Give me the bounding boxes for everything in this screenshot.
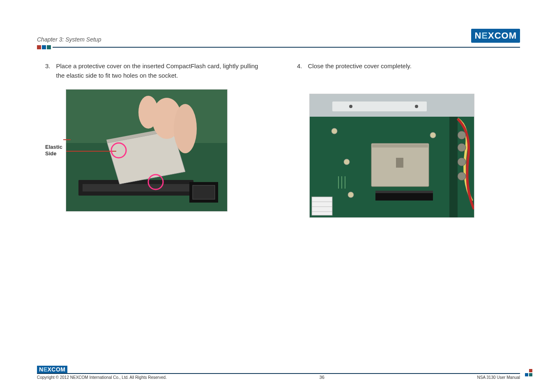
- header: Chapter 3: System Setup NEXCOM: [37, 29, 520, 43]
- svg-point-41: [458, 172, 466, 180]
- figure-1-image: [66, 89, 228, 212]
- svg-point-22: [344, 159, 350, 165]
- svg-rect-14: [193, 185, 215, 199]
- step-4-number: 4.: [297, 62, 302, 71]
- chapter-label: Chapter 3: System Setup: [37, 36, 101, 43]
- svg-point-8: [174, 104, 197, 153]
- svg-point-19: [415, 105, 418, 108]
- left-column: 3. Place a protective cover on the inser…: [45, 62, 268, 218]
- svg-rect-29: [375, 191, 433, 193]
- svg-rect-30: [449, 117, 458, 217]
- svg-rect-17: [332, 101, 427, 111]
- figure-2-wrap: [309, 94, 520, 218]
- svg-point-40: [458, 158, 466, 166]
- header-rule: [37, 45, 520, 49]
- svg-rect-4: [83, 184, 189, 191]
- svg-rect-31: [312, 197, 332, 215]
- svg-point-39: [458, 143, 466, 152]
- copyright-text: Copyright © 2012 NEXCOM International Co…: [37, 375, 167, 380]
- svg-point-9: [138, 96, 158, 129]
- footer-row: Copyright © 2012 NEXCOM International Co…: [37, 375, 520, 380]
- footer: NEXCOM Copyright © 2012 NEXCOM Internati…: [37, 366, 520, 380]
- figure-1-wrap: Elastic Side: [45, 89, 268, 212]
- step-3-number: 3.: [45, 62, 51, 80]
- color-squares-icon: [37, 45, 51, 49]
- figure-1-annotation: Elastic Side: [45, 138, 62, 163]
- figure-2-image: [309, 94, 474, 218]
- right-column: 4. Close the protective cover completely…: [297, 62, 520, 218]
- document-page: Chapter 3: System Setup NEXCOM 3. Place …: [0, 0, 557, 392]
- svg-point-23: [348, 192, 354, 198]
- svg-rect-26: [372, 144, 428, 148]
- content-columns: 3. Place a protective cover on the inser…: [37, 62, 520, 218]
- step-3-text: Place a protective cover on the inserted…: [56, 62, 268, 80]
- step-4-text: Close the protective cover completely.: [308, 62, 412, 71]
- svg-point-18: [349, 105, 352, 108]
- brand-logo-bottom: NEXCOM: [37, 366, 67, 373]
- svg-point-38: [458, 131, 466, 139]
- document-name: NSA 3130 User Manual: [477, 375, 520, 380]
- page-number: 36: [320, 375, 325, 380]
- brand-logo-top: NEXCOM: [471, 29, 520, 43]
- step-4: 4. Close the protective cover completely…: [297, 62, 520, 71]
- svg-rect-27: [396, 158, 403, 168]
- svg-point-24: [430, 132, 436, 138]
- corner-squares-icon: [525, 369, 533, 377]
- step-3: 3. Place a protective cover on the inser…: [45, 62, 268, 80]
- svg-point-21: [331, 128, 337, 134]
- footer-rule: [37, 373, 520, 374]
